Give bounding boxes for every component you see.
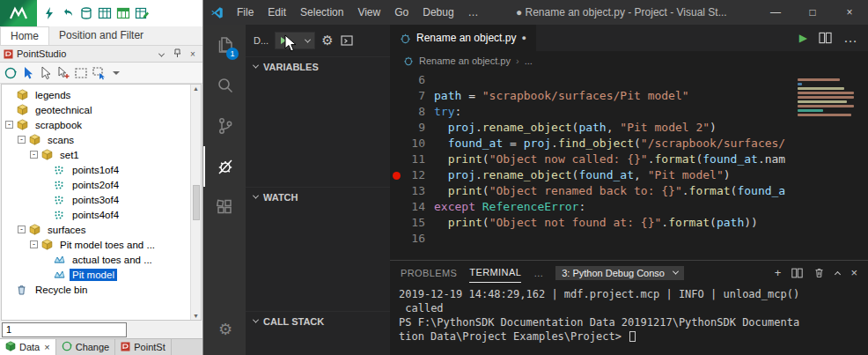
bolt-icon[interactable]	[42, 6, 56, 20]
pointer-outline-icon[interactable]	[39, 66, 53, 80]
tree-expander-icon[interactable]: -	[18, 136, 26, 144]
scroll-thumb[interactable]	[193, 185, 200, 220]
menu-go[interactable]: Go	[387, 0, 416, 25]
code-line[interactable]: 15 print("Object not found at: {}".forma…	[390, 215, 868, 231]
tree-item-label[interactable]: geotechnical	[33, 104, 95, 116]
tab-terminal[interactable]: TERMINAL	[469, 263, 521, 283]
more-actions-icon[interactable]: …	[843, 30, 857, 46]
value-input[interactable]: 1	[2, 322, 127, 337]
debug-icon[interactable]	[203, 146, 246, 187]
dropdown-caret-icon[interactable]	[109, 66, 123, 80]
section-watch[interactable]: WATCH	[246, 187, 390, 206]
menu-view[interactable]: View	[350, 0, 387, 25]
close-panel-icon[interactable]: ×	[187, 49, 199, 59]
menu-[interactable]: …	[461, 0, 486, 25]
terminal-selector-dropdown[interactable]: 3: Python Debug Conso	[555, 266, 684, 280]
scroll-down-icon[interactable]: ▼	[193, 313, 199, 319]
tree-item-label[interactable]: surfaces	[45, 224, 88, 236]
tree-item-label[interactable]: points1of4	[70, 164, 121, 176]
modified-dot-icon[interactable]: ●	[521, 33, 526, 42]
maximize-button[interactable]: □	[794, 0, 831, 25]
pointer-blue-icon[interactable]	[21, 66, 35, 80]
terminal-output[interactable]: 2019-12-19 14:48:29,162 | mdf.project.mc…	[390, 285, 868, 355]
tree-expander-icon[interactable]: -	[18, 226, 26, 233]
code-line[interactable]: 16	[390, 231, 868, 247]
tree-item-label[interactable]: legends	[33, 89, 73, 101]
run-python-file-icon[interactable]: ▶	[799, 32, 807, 44]
table-edit-icon[interactable]	[135, 6, 149, 20]
menu-selection[interactable]: Selection	[293, 0, 350, 25]
close-panel-icon[interactable]: ×	[850, 266, 857, 279]
tree-item-label[interactable]: points3of4	[70, 194, 121, 206]
tree-item-label[interactable]: points2of4	[70, 179, 121, 191]
tree-item-label[interactable]: Pit model	[70, 269, 117, 281]
extensions-icon[interactable]	[203, 187, 246, 227]
tree-item-label[interactable]: points4of4	[70, 209, 121, 221]
panel-overflow-icon[interactable]: …	[533, 268, 543, 278]
tree-item-label[interactable]: scrapbook	[33, 119, 85, 131]
code-line[interactable]: 6	[390, 72, 868, 88]
tree-scrollbar[interactable]: ▲ ▼	[190, 85, 201, 320]
close-button[interactable]: ×	[831, 0, 868, 25]
menu-debug[interactable]: Debug	[416, 0, 460, 25]
bottom-tab-pointst[interactable]: PointSt	[115, 339, 171, 355]
maximize-panel-icon[interactable]	[835, 268, 840, 278]
breakpoint-icon[interactable]	[393, 172, 401, 180]
kill-terminal-trash-icon[interactable]	[813, 267, 825, 278]
tree-item-label[interactable]: scans	[45, 134, 77, 146]
ribbon-tab-position-and-filter[interactable]: Position and Filter	[49, 26, 153, 45]
marquee-add-icon[interactable]	[92, 66, 106, 80]
code-line[interactable]: 10 found_at = proj.find_object("/scrapbo…	[390, 136, 868, 152]
save-icon[interactable]	[79, 6, 93, 20]
table-icon[interactable]	[98, 6, 112, 20]
titlebar[interactable]: FileEditSelectionViewGoDebug… ● Rename a…	[203, 0, 868, 25]
tree-item-label[interactable]: Recycle bin	[33, 284, 90, 296]
tab-problems[interactable]: PROBLEMS	[401, 263, 457, 283]
code-line[interactable]: 13 print("Object renamed back to: {}".fo…	[390, 183, 868, 199]
tree-item-label[interactable]: set1	[57, 149, 82, 161]
breadcrumb-more[interactable]: ...	[525, 55, 533, 66]
code-line[interactable]: 9 proj.rename_object(path, "Pit model 2"…	[390, 120, 868, 136]
tree-item-label[interactable]: actual toes and ...	[70, 254, 155, 266]
refresh-icon[interactable]	[4, 66, 18, 80]
open-debug-console-icon[interactable]	[340, 33, 354, 48]
bottom-tab-change[interactable]: Change	[56, 339, 116, 355]
search-icon[interactable]	[203, 65, 246, 106]
source-control-icon[interactable]	[203, 106, 246, 146]
tree-expander-icon[interactable]: -	[30, 240, 38, 248]
menu-edit[interactable]: Edit	[261, 0, 293, 25]
code-line[interactable]: 11 print("Object now called: {}".format(…	[390, 152, 868, 167]
breadcrumb-file[interactable]: Rename an object.py	[419, 55, 511, 66]
split-editor-icon[interactable]	[819, 32, 832, 44]
code-line[interactable]: 7path = "scrapbook/surfaces/Pit model"	[390, 88, 868, 104]
tree-item-label[interactable]: Pit model toes and ...	[57, 239, 158, 251]
code-editor[interactable]: 67path = "scrapbook/surfaces/Pit model"8…	[390, 70, 868, 260]
breadcrumb[interactable]: Rename an object.py › ...	[390, 51, 868, 70]
section-variables[interactable]: VARIABLES	[246, 56, 390, 76]
section-call-stack[interactable]: CALL STACK	[246, 311, 390, 330]
bottom-tab-data[interactable]: Data×	[0, 339, 56, 355]
pin-icon[interactable]	[171, 48, 183, 60]
code-line[interactable]: 8try:	[390, 104, 868, 120]
tree-expander-icon[interactable]: -	[30, 151, 38, 159]
undo-icon[interactable]	[61, 6, 75, 20]
pointer-plus-icon[interactable]	[56, 66, 70, 80]
minimize-button[interactable]: —	[757, 0, 794, 25]
code-line[interactable]: 12 proj.rename_object(found_at, "Pit mod…	[390, 167, 868, 183]
marquee-select-icon[interactable]	[74, 66, 88, 80]
scroll-up-icon[interactable]: ▲	[193, 85, 199, 92]
debug-settings-gear-icon[interactable]: ⚙	[321, 33, 333, 48]
panel-dropdown-icon[interactable]	[155, 49, 167, 59]
split-terminal-icon[interactable]	[791, 268, 803, 278]
tree-expander-icon[interactable]: -	[5, 121, 13, 129]
new-terminal-icon[interactable]: +	[775, 266, 782, 279]
table-green-icon[interactable]	[116, 6, 130, 20]
code-line[interactable]: 14except ReferenceError:	[390, 199, 868, 215]
explorer-icon[interactable]: 1	[203, 25, 246, 65]
settings-gear-icon[interactable]: ⚙	[203, 309, 246, 350]
minimap[interactable]	[798, 74, 861, 122]
close-tab-icon[interactable]: ×	[44, 342, 49, 352]
menu-file[interactable]: File	[230, 0, 261, 25]
ribbon-tab-home[interactable]: Home	[0, 26, 49, 45]
editor-tab[interactable]: Rename an object.py ●	[390, 25, 536, 51]
